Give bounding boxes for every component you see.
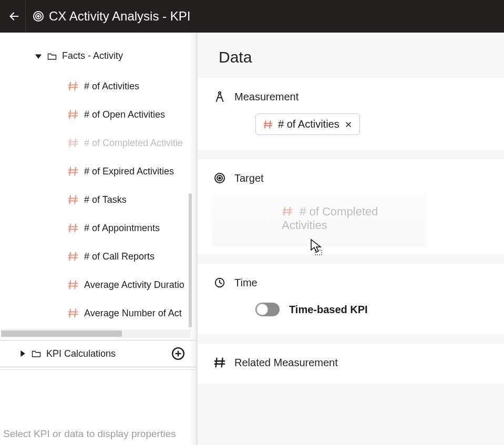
svg-point-3	[38, 16, 39, 17]
hash-icon	[67, 109, 79, 120]
caret-right-icon	[19, 350, 26, 357]
tree-item-label: # of Call Reports	[84, 251, 155, 262]
divider	[0, 369, 196, 370]
card-related-measurement: Related Measurement	[198, 344, 504, 384]
vertical-scrollbar[interactable]	[189, 193, 192, 327]
tree-item-completed-activities[interactable]: # of Completed Activitie	[67, 129, 196, 157]
tree-item-appointments[interactable]: # of Appointments	[67, 214, 196, 242]
target-drop-ghost[interactable]: # of Completed Activities	[213, 193, 425, 244]
tree-item-activities[interactable]: # of Activities	[67, 72, 196, 100]
tree-folder-kpi-calculations[interactable]: KPI Calculations	[0, 340, 196, 367]
folder-icon	[47, 51, 57, 61]
svg-marker-5	[20, 350, 25, 357]
tree-item-label: # of Open Activities	[84, 109, 165, 120]
measurement-chip[interactable]: # of Activities	[255, 113, 360, 135]
tree-item-avg-duration[interactable]: Average Activity Duratio	[67, 271, 196, 299]
ghost-label: # of Completed Activities	[282, 205, 378, 232]
card-heading: Related Measurement	[234, 357, 338, 369]
hash-icon	[67, 194, 79, 205]
horizontal-scrollbar-thumb[interactable]	[1, 330, 122, 337]
divider	[0, 367, 196, 367]
tree-item-label: Average Activity Duratio	[84, 280, 184, 291]
caret-down-icon	[35, 53, 42, 59]
time-based-toggle[interactable]	[255, 303, 280, 316]
tree-item-open-activities[interactable]: # of Open Activities	[67, 100, 196, 129]
hash-icon	[67, 307, 79, 319]
tree-folder-facts[interactable]: Facts - Activity	[0, 47, 196, 65]
sidebar: Facts - Activity # of Activities # of Op…	[0, 33, 198, 445]
toggle-label: Time-based KPI	[289, 304, 368, 316]
compass-icon	[213, 90, 226, 103]
tree-item-label: # of Completed Activitie	[84, 138, 183, 149]
plus-circle-icon	[171, 347, 185, 360]
arrow-left-icon	[8, 11, 20, 22]
sidebar-hint: Select KPI or data to display properties	[0, 428, 196, 440]
card-heading: Measurement	[234, 91, 299, 103]
hash-icon	[67, 137, 79, 149]
card-target: Target # of Completed Activities	[198, 159, 504, 254]
hash-icon	[213, 356, 226, 369]
tree-folder-label: Facts - Activity	[62, 50, 123, 61]
toggle-knob	[256, 304, 268, 315]
main-panel: Data Measurement # of Activities	[198, 33, 504, 445]
page-title: CX Activity Analysis - KPI	[49, 9, 190, 24]
tree-item-label: # of Activities	[84, 81, 139, 92]
hash-icon	[67, 251, 79, 262]
card-measurement: Measurement # of Activities	[198, 78, 504, 150]
hash-icon	[282, 205, 293, 217]
tree-item-label: # of Expired Activities	[84, 166, 174, 177]
tree-item-label: # of Appointments	[84, 223, 160, 234]
tree-item-tasks[interactable]: # of Tasks	[67, 185, 196, 214]
tree-item-avg-number[interactable]: Average Number of Act	[67, 299, 196, 327]
hash-icon	[262, 119, 274, 130]
card-heading: Target	[234, 172, 264, 184]
add-button[interactable]	[171, 346, 186, 361]
section-title: Data	[198, 45, 504, 78]
tree-folder-label: KPI Calculations	[46, 348, 116, 359]
hash-icon	[67, 80, 79, 92]
clock-icon	[213, 276, 226, 289]
chip-remove-button[interactable]	[344, 120, 353, 129]
hash-icon	[67, 222, 79, 234]
chip-label: # of Activities	[278, 118, 340, 130]
tree-items: # of Activities # of Open Activities # o…	[0, 65, 196, 327]
header-divider	[25, 0, 26, 33]
card-heading: Time	[234, 277, 258, 289]
tree: Facts - Activity # of Activities # of Op…	[0, 33, 196, 327]
card-time: Time Time-based KPI	[198, 264, 504, 334]
tree-item-label: # of Tasks	[84, 194, 127, 205]
tree-item-label: Average Number of Act	[84, 308, 182, 319]
target-icon	[213, 172, 226, 184]
tree-item-expired-activities[interactable]: # of Expired Activities	[67, 157, 196, 185]
svg-marker-4	[35, 54, 42, 58]
hash-icon	[67, 165, 79, 177]
app-header: CX Activity Analysis - KPI	[0, 0, 504, 33]
horizontal-scrollbar[interactable]	[1, 329, 191, 338]
close-icon	[345, 121, 352, 128]
folder-icon	[32, 349, 41, 358]
target-icon	[32, 10, 45, 23]
tree-item-call-reports[interactable]: # of Call Reports	[67, 242, 196, 271]
svg-point-14	[219, 177, 220, 179]
back-button[interactable]	[5, 7, 23, 25]
hash-icon	[67, 279, 79, 291]
